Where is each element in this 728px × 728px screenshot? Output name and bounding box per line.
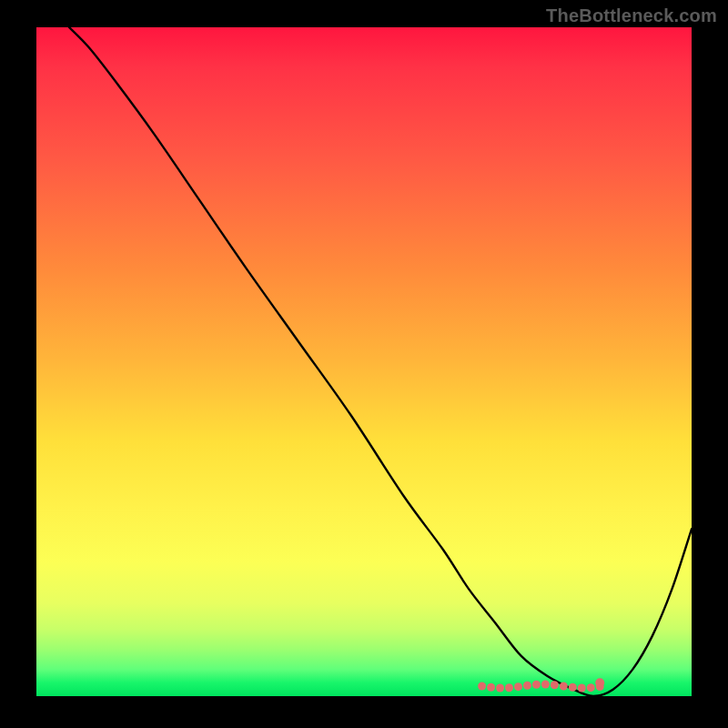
chart-frame: TheBottleneck.com (0, 0, 728, 728)
bottleneck-curve (69, 27, 692, 696)
min-band-dot (478, 682, 486, 690)
min-band-dot (496, 683, 504, 692)
minimum-dot-band (478, 678, 604, 692)
plot-area (36, 27, 692, 696)
min-band-dot (523, 682, 531, 690)
min-band-dot (569, 683, 577, 692)
min-band-dot (578, 683, 586, 692)
min-band-dot (551, 681, 559, 689)
min-band-dot (532, 681, 541, 689)
min-band-dot (487, 683, 495, 692)
min-band-dot (587, 683, 595, 692)
chart-svg (36, 27, 692, 696)
min-band-dot (505, 683, 513, 692)
watermark-text: TheBottleneck.com (546, 5, 717, 26)
min-band-dot (541, 681, 550, 689)
min-band-dot (560, 682, 568, 691)
min-band-dot (514, 682, 522, 691)
min-end-dot (595, 678, 604, 687)
